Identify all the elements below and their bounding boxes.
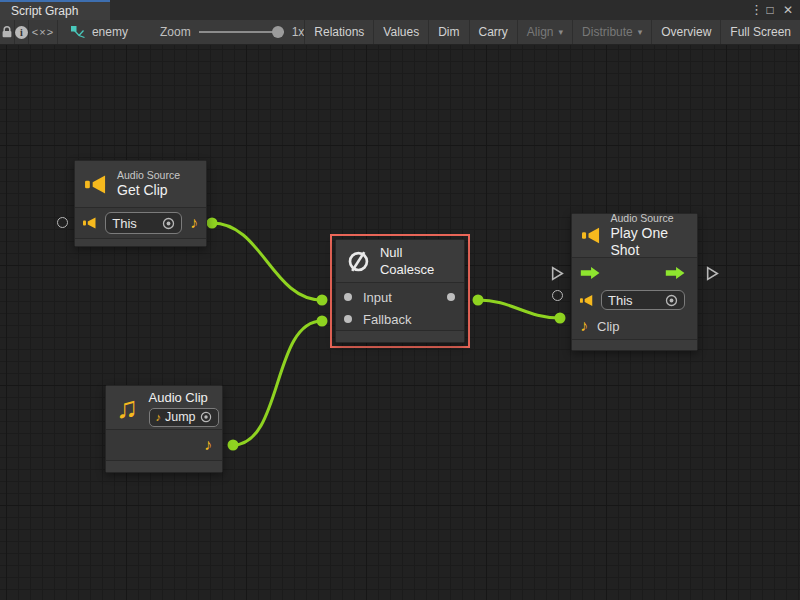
wire-endpoint: [317, 316, 328, 327]
playoneshot-target-chip[interactable]: This: [601, 290, 685, 310]
audio-clip-note-icon[interactable]: ♪: [204, 437, 212, 453]
carry-button[interactable]: Carry: [469, 20, 517, 44]
getclip-target-chip[interactable]: This: [105, 212, 182, 234]
window-menu-icon[interactable]: ⋮: [750, 1, 760, 19]
values-button[interactable]: Values: [373, 20, 428, 44]
result-output-port[interactable]: [447, 293, 455, 301]
clip-note-icon: ♪: [580, 318, 588, 334]
wire-audioclip-to-fallback: [233, 321, 322, 445]
node-title: Get Clip: [117, 182, 180, 199]
null-coalesce-icon: [346, 248, 371, 275]
node-title: Null Coalesce: [380, 244, 454, 278]
audio-source-icon: [85, 174, 108, 195]
zoom-label: Zoom: [160, 25, 191, 39]
toolbar-buttons: Relations Values Dim Carry Align ▾ Distr…: [304, 20, 800, 44]
target-picker-icon[interactable]: [200, 411, 212, 423]
selection-outline: Null Coalesce Input Fallback: [330, 234, 470, 348]
zoom-slider[interactable]: [199, 26, 284, 38]
target-picker-icon[interactable]: [665, 294, 678, 307]
wire-endpoint: [228, 440, 239, 451]
variables-toggle-button[interactable]: <×>: [29, 20, 58, 44]
node-title: Play One Shot: [610, 225, 687, 259]
wire-endpoint: [555, 313, 566, 324]
audio-clip-note-icon[interactable]: ♪: [190, 215, 198, 231]
note-icon: ♪: [156, 411, 162, 423]
playoneshot-target-input-port[interactable]: [552, 290, 563, 301]
zoom-slider-handle[interactable]: [272, 26, 284, 38]
control-flow-out-arrow-icon[interactable]: [665, 266, 689, 280]
fallback-port[interactable]: [344, 315, 352, 323]
maximize-icon[interactable]: □: [762, 1, 778, 19]
align-dropdown-button[interactable]: Align ▾: [517, 20, 572, 44]
wire-endpoint: [207, 218, 218, 229]
node-category: Audio Source: [610, 212, 687, 225]
node-category: Audio Source: [117, 169, 180, 182]
relations-button[interactable]: Relations: [304, 20, 373, 44]
audio-source-icon: [83, 216, 97, 230]
control-port-triangle-icon: [706, 266, 719, 281]
playoneshot-control-output-port[interactable]: [706, 266, 719, 284]
tab-bar: Script Graph ⋮ □ ✕: [0, 0, 800, 20]
script-graph-window: Script Graph ⋮ □ ✕ i <×> enemy: [0, 0, 800, 600]
wire-getclip-to-input: [212, 223, 322, 300]
getclip-target-input-port[interactable]: [57, 217, 68, 228]
graph-breadcrumb[interactable]: enemy: [70, 20, 128, 44]
tab-title: Script Graph: [11, 4, 78, 18]
wire-output-to-clip: [478, 300, 560, 318]
fullscreen-button[interactable]: Full Screen: [720, 20, 800, 44]
node-get-clip[interactable]: Audio Source Get Clip This ♪: [74, 160, 207, 247]
node-null-coalesce[interactable]: Null Coalesce Input Fallback: [335, 239, 465, 343]
wire-endpoint: [317, 295, 328, 306]
caret-down-icon: ▾: [638, 27, 643, 37]
node-title: Audio Clip: [149, 389, 219, 406]
node-play-one-shot[interactable]: Audio Source Play One Shot This: [571, 213, 698, 351]
playoneshot-control-input-port[interactable]: [551, 266, 564, 284]
zoom-control: Zoom 1x: [160, 20, 304, 44]
audio-source-icon: [580, 294, 594, 307]
control-port-triangle-icon: [551, 266, 564, 281]
graph-name: enemy: [92, 25, 128, 39]
lock-button[interactable]: [0, 20, 15, 44]
window-controls: ⋮ □ ✕: [750, 0, 796, 20]
info-icon: i: [15, 26, 28, 39]
distribute-dropdown-button[interactable]: Distribute ▾: [572, 20, 651, 44]
close-icon[interactable]: ✕: [780, 1, 796, 19]
angle-brackets-icon: <×>: [32, 26, 54, 38]
wire-endpoint: [473, 295, 484, 306]
audio-clip-icon: ♫: [116, 393, 139, 423]
tab-script-graph[interactable]: Script Graph: [0, 0, 110, 20]
lock-icon: [0, 25, 14, 39]
variable-chip[interactable]: ♪ Jump: [149, 408, 219, 427]
graph-icon: [70, 25, 86, 39]
zoom-slider-track[interactable]: [199, 31, 284, 33]
input-port[interactable]: [344, 293, 352, 301]
zoom-value: 1x: [292, 25, 305, 39]
inspect-button[interactable]: i: [15, 20, 29, 44]
node-audio-clip-variable[interactable]: ♫ Audio Clip ♪ Jump ♪: [105, 385, 223, 473]
graph-toolbar: i <×> enemy Zoom 1x Relations Values Dim…: [0, 20, 800, 45]
dim-button[interactable]: Dim: [428, 20, 468, 44]
overview-button[interactable]: Overview: [651, 20, 720, 44]
audio-source-icon: [582, 225, 601, 246]
graph-canvas[interactable]: Audio Source Get Clip This ♪: [0, 45, 800, 600]
control-flow-in-arrow-icon[interactable]: [580, 266, 604, 280]
caret-down-icon: ▾: [559, 27, 564, 37]
target-picker-icon[interactable]: [162, 217, 175, 230]
